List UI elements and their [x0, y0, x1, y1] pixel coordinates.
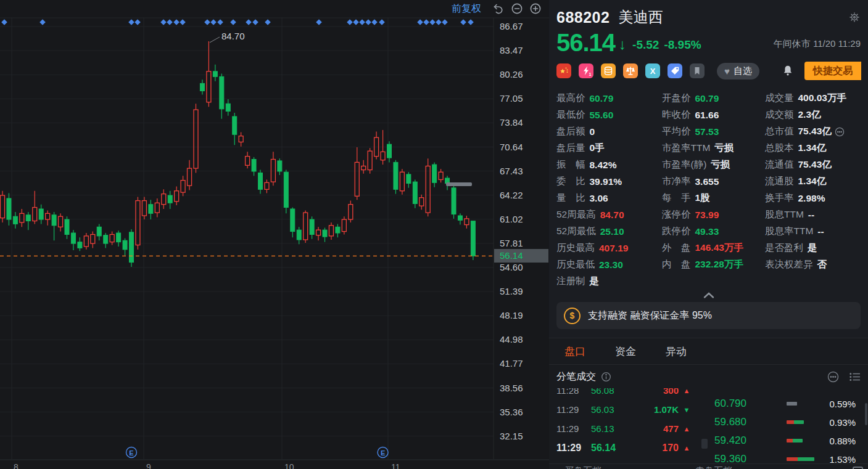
svg-text:E: E [129, 449, 133, 457]
tick-volume: 477 [630, 423, 679, 434]
securities-lending-badge[interactable]: X [645, 63, 660, 78]
stat-cell: 量 比3.06 [556, 190, 662, 206]
trade-tick-row: 11:2956.031.07K▼ [549, 400, 734, 419]
badge-row: 1X ♥ 自选 快捷交易 [556, 62, 861, 80]
stat-value: 25.10 [600, 226, 624, 237]
list-view-icon[interactable] [849, 371, 861, 383]
stat-value: 73.99 [695, 210, 719, 221]
stat-value: 75.43亿 [798, 125, 832, 138]
svg-text:67.43: 67.43 [500, 166, 523, 176]
add-watchlist-button[interactable]: ♥ 自选 [717, 63, 759, 80]
level-price: 59.360 [714, 453, 782, 463]
gear-icon[interactable] [848, 11, 861, 23]
price-level-list[interactable]: 60.7900.59%59.6800.93%59.4200.88%59.3601… [714, 388, 862, 463]
quote-panel: 688202 美迪西 56.14 ↓ -5.52 -8.95% 午间休市 11/… [549, 0, 868, 469]
tab-资金[interactable]: 资金 [615, 345, 636, 359]
stock-name: 美迪西 [618, 7, 663, 27]
kline-chart-pane[interactable]: 前复权 86.6783.4780.2677.0573.8470.6467.436… [0, 0, 549, 469]
tab-异动[interactable]: 异动 [666, 345, 687, 359]
stat-value: 232.28万手 [695, 258, 743, 271]
stat-cell: 流通股1.34亿 [765, 173, 868, 190]
stat-value: 亏损 [714, 142, 734, 155]
margin-coin-icon: $ [564, 308, 581, 324]
svg-text:48.19: 48.19 [500, 310, 523, 320]
level-percent: 0.88% [829, 436, 862, 446]
stat-label: 内 盘 [662, 258, 691, 271]
margin-scale-badge[interactable] [623, 63, 638, 78]
stat-value: 2.98% [798, 193, 825, 204]
more-options-icon[interactable] [827, 371, 839, 383]
tick-price: 56.08 [591, 388, 630, 396]
depth-toggle-icon[interactable] [853, 467, 863, 469]
zoom-in-icon[interactable] [529, 2, 542, 15]
stat-label: 成交额 [765, 108, 794, 121]
stat-label: 量 比 [556, 192, 585, 205]
tick-direction-icon: ▲ [679, 425, 695, 433]
collapse-chevron-icon[interactable] [549, 290, 868, 301]
stat-cell: 最低价55.60 [556, 107, 662, 123]
stat-cell: 表决权差异否 [765, 256, 868, 273]
stat-cell: 历史最高407.19 [556, 240, 662, 256]
tick-time: 11:29 [556, 423, 591, 434]
stat-value: 2.3亿 [798, 108, 821, 121]
stat-value: 1股 [695, 192, 710, 205]
stat-label: 最高价 [556, 92, 585, 105]
tick-volume: 1.07K [630, 404, 679, 415]
stat-cell: 历史最低23.30 [556, 256, 662, 273]
candlestick-chart[interactable]: 86.6783.4780.2677.0573.8470.6467.4364.22… [0, 0, 549, 469]
stat-value: 60.79 [695, 93, 719, 104]
stock-badges: 1X [556, 63, 712, 78]
stat-label: 市盈率TTM [662, 142, 710, 155]
level-bar [787, 420, 804, 424]
svg-text:41.77: 41.77 [500, 358, 523, 369]
adjust-mode-link[interactable]: 前复权 [452, 2, 481, 15]
stat-cell: 成交量400.03万手 [765, 90, 868, 107]
stat-label: 盘后量 [556, 142, 585, 155]
coins-badge[interactable] [601, 63, 616, 78]
stat-label: 总市值 [765, 125, 794, 138]
tag-badge[interactable] [668, 63, 682, 78]
svg-text:8: 8 [14, 462, 19, 469]
svg-text:44.98: 44.98 [500, 334, 523, 345]
tick-price: 56.13 [591, 423, 630, 434]
tick-section: 分笔成交 11:2856.08300▲11:2956.031.07K▼11:29… [549, 365, 868, 469]
svg-text:73.84: 73.84 [500, 117, 523, 128]
stat-value: 57.53 [695, 126, 719, 137]
svg-text:54.60: 54.60 [500, 262, 523, 272]
stat-label: 股息TTM [765, 208, 804, 221]
trade-tick-row: 11:2856.08300▲ [549, 388, 734, 400]
quick-trade-button[interactable]: 快捷交易 [804, 62, 861, 80]
stat-value: 60.79 [590, 93, 614, 104]
undo-icon[interactable] [492, 2, 505, 15]
alert-bell-icon[interactable] [781, 64, 795, 78]
cn-flag-badge[interactable] [556, 63, 571, 78]
price-level-row: 59.6800.93% [714, 413, 862, 431]
stat-label: 每 手 [662, 192, 691, 205]
stat-label: 换手率 [765, 192, 794, 205]
panel-scrollbar[interactable] [865, 403, 867, 425]
stat-cell: 每 手1股 [662, 190, 765, 206]
svg-text:77.05: 77.05 [500, 93, 523, 104]
zoom-out-icon[interactable] [511, 2, 523, 15]
stat-label: 流通股 [765, 175, 794, 188]
stat-label: 是否盈利 [765, 242, 803, 255]
stat-cell: 股息TTM-- [765, 206, 868, 223]
stat-cell: 昨收价61.66 [662, 107, 765, 123]
info-icon[interactable] [601, 372, 611, 382]
svg-text:61.02: 61.02 [500, 214, 523, 224]
stat-cell: 最高价60.79 [556, 90, 662, 107]
stat-cell: 平均价57.53 [662, 123, 765, 140]
stat-value: -- [808, 210, 814, 221]
lightning-badge[interactable]: 1 [579, 63, 593, 78]
stat-cell: 内 盘232.28万手 [662, 256, 765, 273]
tab-盘口[interactable]: 盘口 [564, 345, 585, 359]
coins-icon [603, 65, 614, 76]
more-detail-icon[interactable] [835, 127, 845, 137]
bookmark-badge[interactable] [690, 63, 705, 78]
depth-footer: 买盘五档 卖盘五档 [549, 463, 868, 469]
svg-text:80.26: 80.26 [500, 69, 523, 80]
level-bar [787, 439, 803, 442]
list-scrollbar[interactable] [701, 439, 708, 449]
tick-price: 56.14 [591, 442, 630, 454]
stat-cell: 外 盘146.43万手 [662, 240, 765, 256]
